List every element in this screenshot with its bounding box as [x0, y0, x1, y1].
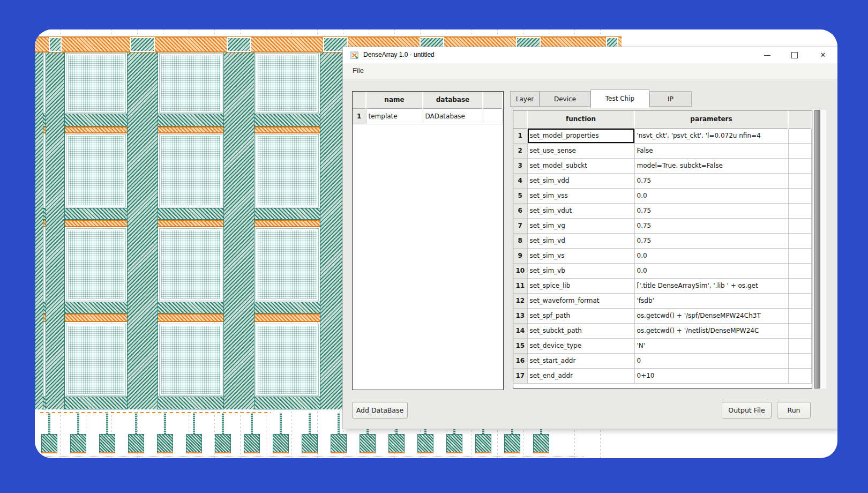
table-row: 11set_spice_lib['.title DenseArraySim', …	[513, 278, 811, 293]
layout-shape	[193, 413, 195, 434]
filler-cell	[788, 143, 811, 158]
name-cell[interactable]: template	[366, 108, 423, 124]
table-row: 9set_sim_vs0.0	[513, 248, 811, 263]
vertical-scrollbar[interactable]	[813, 110, 826, 389]
maximize-button[interactable]	[785, 47, 804, 63]
filler-cell	[788, 293, 811, 308]
parameters-cell[interactable]: 'fsdb'	[634, 293, 788, 308]
column-header: parameters	[634, 110, 788, 128]
title-bar: DenseArray 1.0 - untitled ✕	[343, 47, 837, 63]
layout-shape	[46, 53, 65, 409]
parameters-cell[interactable]: 0+10	[634, 368, 788, 383]
layout-shape	[309, 413, 311, 434]
table-row: 5set_sim_vss0.0	[513, 188, 811, 203]
parameters-cell[interactable]: os.getcwd() + '/netlist/DenseMPW24C	[634, 323, 788, 338]
layout-pad	[504, 434, 520, 453]
function-cell[interactable]: set_spice_lib	[527, 278, 634, 293]
layout-pad	[70, 434, 86, 453]
parameters-cell[interactable]: ['.title DenseArraySim', '.lib ' + os.ge…	[634, 278, 788, 293]
parameters-cell[interactable]: 0.75	[634, 173, 788, 188]
tab-layer[interactable]: Layer	[510, 91, 540, 107]
layout-shape	[40, 412, 271, 413]
tab-device[interactable]: Device	[540, 91, 590, 107]
table-row: 12set_waveform_format'fsdb'	[513, 293, 811, 308]
filler-cell	[788, 368, 811, 383]
function-cell[interactable]: set_sim_vd	[527, 233, 634, 248]
layout-shape	[338, 413, 340, 434]
parameters-cell[interactable]: 'N'	[634, 338, 788, 353]
parameters-cell[interactable]: model=True, subckt=False	[634, 158, 788, 173]
table-row: 7set_sim_vg0.75	[513, 218, 811, 233]
function-cell[interactable]: set_end_addr	[527, 368, 634, 383]
output-file-button[interactable]: Output File	[722, 402, 772, 419]
row-number: 9	[513, 248, 527, 263]
function-cell[interactable]: set_use_sense	[527, 143, 634, 158]
function-cell[interactable]: set_sim_vg	[527, 218, 634, 233]
column-header: database	[423, 92, 483, 108]
parameters-cell[interactable]: 0.75	[634, 233, 788, 248]
layout-pad	[475, 434, 491, 453]
row-number: 16	[513, 353, 527, 368]
menu-file[interactable]: File	[349, 66, 367, 74]
parameters-cell[interactable]: 'nsvt_ckt', 'psvt_ckt', 'l=0.072u nfin=4	[634, 128, 788, 143]
table-row: 16set_start_addr0	[513, 353, 811, 368]
tab-ip[interactable]: IP	[649, 91, 692, 107]
parameters-cell[interactable]: 0.0	[634, 263, 788, 278]
filler-cell	[483, 108, 503, 124]
filler-cell	[788, 323, 811, 338]
layout-pad	[302, 434, 318, 453]
minimize-button[interactable]	[758, 47, 776, 63]
parameters-cell[interactable]: 0.75	[634, 218, 788, 233]
close-button[interactable]: ✕	[814, 47, 832, 63]
function-cell[interactable]: set_model_subckt	[527, 158, 634, 173]
parameters-cell[interactable]: 0.75	[634, 203, 788, 218]
function-cell[interactable]: set_spf_path	[527, 308, 634, 323]
table-row: 13set_spf_pathos.getcwd() + '/spf/DenseM…	[513, 308, 811, 323]
function-cell[interactable]: set_sim_vdut	[527, 203, 634, 218]
filler-cell	[788, 338, 811, 353]
parameters-cell[interactable]: os.getcwd() + '/spf/DenseMPW24Ch3T	[634, 308, 788, 323]
maximize-icon	[791, 52, 798, 58]
function-cell[interactable]: set_device_type	[527, 338, 634, 353]
function-cell[interactable]: set_subckt_path	[527, 323, 634, 338]
layout-shape	[48, 413, 50, 434]
layout-shape	[135, 413, 137, 434]
corner-cell	[513, 110, 527, 128]
database-table-panel: namedatabase1templateDADatabase	[352, 91, 504, 390]
layout-pad	[128, 434, 144, 453]
layout-shape	[256, 54, 318, 113]
layout-shape	[256, 229, 318, 301]
row-number: 8	[513, 233, 527, 248]
layout-shape	[160, 229, 222, 301]
function-cell[interactable]: set_sim_vdd	[527, 173, 634, 188]
parameters-cell[interactable]: 0.0	[634, 188, 788, 203]
table-row: 4set_sim_vdd0.75	[513, 173, 811, 188]
filler-cell	[788, 158, 811, 173]
layout-shape	[160, 54, 222, 113]
run-button[interactable]: Run	[777, 402, 811, 419]
layout-shape	[160, 324, 222, 395]
row-number: 6	[513, 203, 527, 218]
function-cell[interactable]: set_model_properties	[527, 128, 634, 143]
function-cell[interactable]: set_sim_vs	[527, 248, 634, 263]
corner-cell	[353, 92, 366, 108]
layout-pad	[446, 434, 462, 453]
layout-shape	[66, 135, 125, 207]
function-cell[interactable]: set_waveform_format	[527, 293, 634, 308]
parameters-cell[interactable]: 0.0	[634, 248, 788, 263]
tab-test-chip[interactable]: Test Chip	[590, 89, 649, 108]
filler-header	[483, 92, 503, 108]
database-cell[interactable]: DADatabase	[423, 108, 483, 124]
layout-shape	[66, 229, 125, 301]
table-row: 3set_model_subcktmodel=True, subckt=Fals…	[513, 158, 811, 173]
row-number: 13	[513, 308, 527, 323]
parameters-cell[interactable]: False	[634, 143, 788, 158]
add-database-button[interactable]: Add DataBase	[352, 402, 408, 419]
filler-cell	[788, 128, 811, 143]
row-number: 15	[513, 338, 527, 353]
parameters-cell[interactable]: 0	[634, 353, 788, 368]
function-cell[interactable]: set_start_addr	[527, 353, 634, 368]
function-cell[interactable]: set_sim_vss	[527, 188, 634, 203]
scrollbar-thumb[interactable]	[814, 110, 820, 389]
function-cell[interactable]: set_sim_vb	[527, 263, 634, 278]
